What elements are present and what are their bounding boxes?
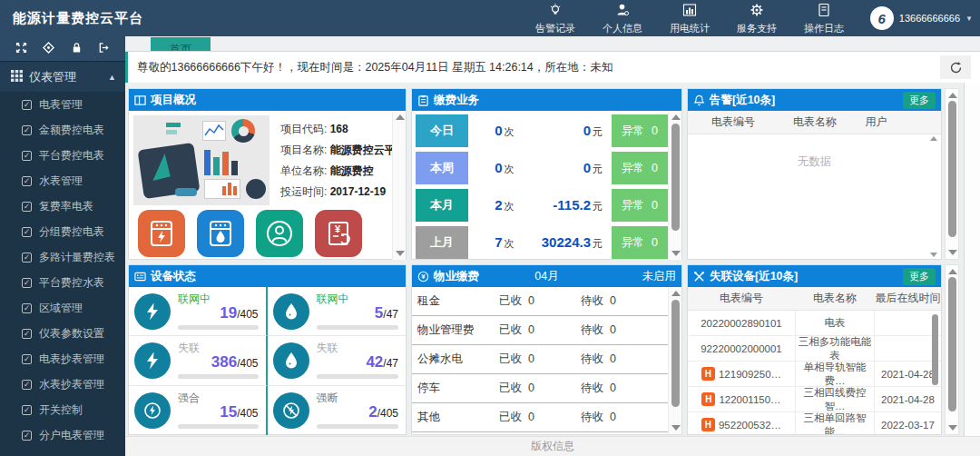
offline-more-button[interactable]: 更多 — [903, 268, 936, 285]
refresh-icon — [948, 60, 964, 75]
sidebar-item-label: 仪表参数设置 — [39, 326, 104, 342]
sidebar-item-platform-feecontrol-meter[interactable]: ✓平台费控电表 — [0, 143, 125, 168]
scroll-up-icon[interactable] — [948, 269, 957, 274]
sidebar-item-multichannel-meter[interactable]: ✓多路计量费控表 — [0, 244, 125, 270]
scroll-thumb[interactable] — [948, 101, 956, 237]
scroll-down-icon[interactable] — [948, 425, 957, 431]
sidebar-item-group-feecontrol[interactable]: ✓分组费控电表 — [0, 219, 125, 244]
project-field: 项目名称: 能源费控云平台 — [280, 140, 407, 161]
billing-shortcut[interactable]: ¥ — [315, 210, 362, 257]
pending-value: 0 — [610, 294, 616, 307]
scroll-up-icon[interactable] — [396, 114, 405, 120]
tab-home[interactable]: 首页 — [151, 37, 211, 51]
device-cell-water-online: 联网中 5/47 — [268, 287, 407, 336]
alarm-outer-scrollbar[interactable] — [945, 88, 959, 260]
property-body: 租金 已收 0 待收 0 物业管理费 已收 0 待收 0 公摊水电 已收 0 待… — [412, 287, 681, 434]
panel-header: 项目概况 — [129, 89, 406, 111]
card-icon — [134, 271, 146, 283]
sidebar-item-label: 开关控制 — [39, 402, 83, 418]
sidebar-item-region-mgmt[interactable]: ✓区域管理 — [0, 295, 125, 321]
col-meter-no: 电表编号 — [688, 114, 779, 130]
sidebar-item-household-meter[interactable]: ✓分户电表管理 — [0, 422, 125, 448]
refresh-button[interactable] — [940, 55, 971, 79]
user-menu[interactable]: 6 13666666666 ▼ — [870, 0, 973, 36]
sidebar-item-platform-feecontrol-water[interactable]: ✓平台费控水表 — [0, 270, 125, 295]
table-row[interactable]: H952200532… 三相单回路智能… 2022-03-17 — [688, 412, 941, 434]
scroll-up-icon[interactable] — [671, 114, 681, 120]
abnormal-badge: 异常0 — [612, 152, 668, 184]
abnormal-badge: 异常0 — [612, 114, 668, 147]
alarm-table-header: 电表编号 电表名称 用户 — [688, 111, 941, 134]
device-cell-electric-offline: 失联 386/405 — [129, 336, 268, 385]
project-illustration — [133, 115, 270, 205]
sidebar-item-label: 平台费控电表 — [39, 148, 104, 164]
panel-payment-business: 缴费业务 今日 0次0元 异常0 本周 0次0元 异常0 本月 2次-115.2… — [411, 88, 682, 260]
scroll-up-icon[interactable] — [671, 291, 681, 296]
logout-icon[interactable] — [98, 41, 110, 57]
progress-bar — [178, 374, 259, 379]
table-row[interactable]: H122001150… 三相四线费控智… 2021-04-28 — [688, 387, 941, 412]
scroll-up-icon[interactable] — [930, 136, 937, 141]
scroll-up-icon[interactable] — [948, 93, 957, 98]
project-panel-scrollbar[interactable] — [392, 111, 406, 260]
payment-row-today: 今日 0次0元 异常0 — [416, 114, 668, 147]
alarm-more-button[interactable]: 更多 — [903, 92, 936, 109]
scroll-thumb[interactable] — [948, 277, 956, 411]
table-row[interactable]: 20220002890101 电表 — [688, 311, 941, 336]
nav-operation-log[interactable]: 操作日志 — [804, 1, 844, 35]
sidebar-item-water-mgmt[interactable]: ✓水表管理 — [0, 168, 125, 193]
document-icon — [817, 3, 831, 21]
lightning-icon — [134, 293, 171, 330]
sidebar-item-water-reading[interactable]: ✓水表抄表管理 — [0, 372, 125, 397]
scroll-down-icon[interactable] — [671, 425, 681, 431]
fullscreen-icon[interactable] — [15, 41, 27, 57]
crossed-lightning-icon — [273, 392, 309, 429]
circled-lightning-icon — [134, 392, 171, 429]
abnormal-badge: 异常0 — [612, 226, 668, 259]
table-row[interactable]: 92220002000001 三相多功能电能表 — [688, 336, 941, 362]
progress-bar — [317, 374, 399, 379]
nav-personal-info[interactable]: 个人信息 — [603, 1, 642, 35]
payment-panel-scrollbar[interactable] — [668, 111, 681, 260]
top-nav: 告警记录 个人信息 用电统计 服务支持 操作日志 — [535, 0, 844, 36]
user-shortcut[interactable] — [256, 210, 303, 257]
sidebar-item-switch-control[interactable]: ✓开关控制 — [0, 397, 125, 422]
sidebar-item-amount-feecontrol[interactable]: ✓金额费控电表 — [0, 117, 125, 143]
panel-header: 失联设备[近10条] 更多 — [688, 265, 941, 287]
scroll-thumb[interactable] — [671, 124, 680, 231]
offline-outer-scrollbar[interactable] — [945, 264, 959, 435]
col-meter-name: 电表名称 — [779, 114, 851, 130]
sidebar-menu-meter-management[interactable]: 仪表管理 ▲ — [0, 62, 125, 92]
property-panel-scrollbar[interactable] — [668, 287, 681, 434]
nav-alarm-records[interactable]: 告警记录 — [535, 1, 575, 35]
alarm-inner-scrollbar[interactable] — [930, 136, 939, 257]
offline-inner-scroll-thumb[interactable] — [932, 314, 938, 385]
main-area: 首页 尊敬的13666666666下午好！，现在时间是：2025年04月11日 … — [125, 36, 980, 456]
copyright-text: 版权信息 — [531, 439, 574, 454]
nav-label: 操作日志 — [804, 22, 844, 35]
scroll-down-icon[interactable] — [930, 253, 937, 257]
water-meter-shortcut[interactable] — [197, 210, 244, 257]
electric-meter-shortcut[interactable] — [138, 210, 185, 257]
water-meter-icon — [205, 218, 236, 249]
progress-bar — [178, 424, 259, 429]
scroll-down-icon[interactable] — [396, 251, 405, 256]
sidebar-item-multirate-meter[interactable]: ✓复费率电表 — [0, 193, 125, 219]
abnormal-badge: 异常0 — [612, 189, 668, 222]
sidebar-item-meter-reading[interactable]: ✓电表抄表管理 — [0, 346, 125, 372]
sidebar-item-meter-params[interactable]: ✓仪表参数设置 — [0, 321, 125, 346]
scroll-down-icon[interactable] — [948, 250, 957, 255]
lock-icon[interactable] — [71, 41, 83, 57]
locate-icon[interactable] — [43, 41, 54, 57]
table-row[interactable]: H121909250… 单相导轨智能费… 2021-04-28 — [688, 362, 941, 387]
scroll-down-icon[interactable] — [671, 251, 681, 256]
sidebar-item-meter-mgmt[interactable]: ✓电表管理 — [0, 92, 125, 117]
nav-power-stats[interactable]: 用电统计 — [670, 1, 710, 35]
page-scrollbar[interactable] — [964, 83, 980, 436]
sidebar-item-label: 复费率电表 — [39, 199, 93, 214]
scroll-thumb[interactable] — [671, 300, 680, 407]
panel-title: 项目概况 — [151, 93, 196, 108]
checkbox-icon: ✓ — [22, 329, 32, 339]
panel-property-payment: ¥ 物业缴费 04月 未启用 租金 已收 0 待收 0 物业管理费 已收 0 待… — [411, 264, 682, 435]
nav-service-support[interactable]: 服务支持 — [737, 1, 777, 35]
